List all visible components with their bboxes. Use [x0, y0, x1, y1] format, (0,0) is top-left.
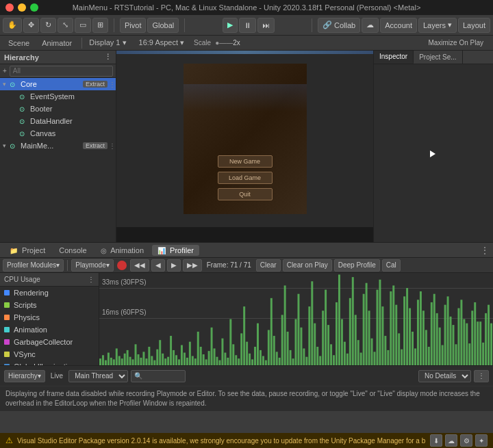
- hierarchy-item-datahandler[interactable]: ⊙ DataHandler: [0, 115, 116, 127]
- svg-rect-42: [214, 348, 216, 365]
- svg-rect-72: [295, 319, 297, 366]
- hierarchy-search[interactable]: [10, 66, 113, 77]
- prev-step-btn[interactable]: ◀: [151, 259, 165, 272]
- profiler-bottom: Hierarchy ▾ Live Main Thread No Details …: [0, 365, 493, 386]
- animation-tab[interactable]: ◎ Animation: [95, 245, 149, 256]
- svg-rect-31: [184, 353, 186, 365]
- rotate-tool[interactable]: ↻: [40, 18, 56, 33]
- play-button[interactable]: ▶: [223, 18, 238, 33]
- hierarchy-item-canvas[interactable]: ⊙ Canvas: [0, 127, 116, 140]
- collab-button[interactable]: 🔗 Collab: [318, 18, 360, 33]
- next-step-btn[interactable]: ▶: [167, 259, 181, 272]
- svg-rect-112: [403, 296, 405, 365]
- svg-rect-47: [227, 358, 229, 365]
- profiler-search[interactable]: [131, 370, 186, 382]
- profiler-bottom-more[interactable]: ⋮: [474, 370, 489, 382]
- minimize-button[interactable]: [18, 3, 26, 12]
- status-btn-4[interactable]: ✦: [475, 434, 488, 447]
- svg-rect-70: [290, 350, 292, 365]
- profiler-tab-btn[interactable]: 📊 Profiler: [152, 245, 199, 256]
- mainme-more[interactable]: ⋮: [109, 142, 116, 150]
- svg-rect-65: [276, 352, 278, 365]
- svg-rect-131: [455, 344, 457, 365]
- prof-gc[interactable]: GarbageCollector: [0, 336, 99, 348]
- prof-gi[interactable]: Global Illumination: [0, 360, 99, 365]
- core-more[interactable]: ⋮: [109, 81, 116, 88]
- prof-physics[interactable]: Physics: [0, 311, 99, 324]
- hierarchy-item-eventsystem[interactable]: ⊙ EventSystem: [0, 90, 116, 103]
- status-btn-3[interactable]: ⚙: [460, 434, 472, 447]
- svg-rect-92: [349, 298, 351, 365]
- layers-button[interactable]: Layers ▾: [418, 18, 457, 33]
- svg-rect-133: [460, 300, 462, 365]
- project-tab[interactable]: 📁 Project: [4, 245, 51, 256]
- svg-rect-57: [254, 347, 256, 365]
- svg-rect-53: [243, 306, 245, 365]
- account-button[interactable]: Account: [380, 18, 417, 33]
- profiler-tabs-more[interactable]: ⋮: [481, 246, 489, 255]
- rect-tool[interactable]: ▭: [75, 18, 91, 33]
- sidebar-more[interactable]: ⋮: [88, 276, 94, 283]
- svg-rect-38: [203, 354, 205, 365]
- global-button[interactable]: Global: [147, 18, 179, 33]
- clear-button[interactable]: Clear: [256, 259, 281, 272]
- transform-tool[interactable]: ⊞: [92, 18, 108, 33]
- hierarchy-item-mainme[interactable]: ▾ ⊙ MainMe... Extract ⋮: [0, 140, 116, 152]
- aspect-button[interactable]: 16:9 Aspect ▾: [134, 36, 190, 50]
- prof-vsync[interactable]: VSync: [0, 348, 99, 360]
- no-details-select[interactable]: No Details: [418, 370, 471, 382]
- hierarchy-item-booter[interactable]: ⊙ Booter: [0, 103, 116, 115]
- hierarchy-bottom-dropdown[interactable]: Hierarchy ▾: [4, 370, 45, 382]
- next-frame-btn[interactable]: ▶▶: [183, 259, 202, 272]
- clear-on-play-button[interactable]: Clear on Play: [283, 259, 332, 272]
- svg-rect-76: [305, 357, 307, 365]
- playmode-dropdown[interactable]: Playmode ▾: [71, 259, 113, 272]
- deep-profile-button[interactable]: Deep Profile: [334, 259, 380, 272]
- svg-rect-75: [303, 348, 305, 365]
- display-button[interactable]: Display 1 ▾: [84, 36, 131, 50]
- hierarchy-more[interactable]: ⋮: [104, 53, 112, 62]
- layout-button[interactable]: Layout: [458, 18, 490, 33]
- svg-rect-58: [257, 324, 259, 365]
- console-tab[interactable]: Console: [53, 245, 92, 256]
- svg-rect-134: [463, 319, 465, 366]
- cal-button[interactable]: Cal: [382, 259, 401, 272]
- add-icon[interactable]: +: [3, 67, 7, 75]
- scale-tool[interactable]: ⤡: [58, 18, 73, 33]
- inspector-tab[interactable]: Inspector: [374, 51, 414, 64]
- status-btn-2[interactable]: ☁: [445, 434, 457, 447]
- scale-label: Scale: [194, 39, 211, 47]
- thread-select[interactable]: Main Thread: [68, 370, 128, 382]
- hand-tool[interactable]: ✋: [3, 18, 22, 33]
- svg-rect-24: [164, 358, 166, 365]
- pivot-button[interactable]: Pivot: [120, 18, 146, 33]
- svg-rect-126: [442, 345, 444, 365]
- cloud-button[interactable]: ☁: [362, 18, 379, 33]
- scene-tab[interactable]: Scene: [3, 36, 35, 50]
- maximize-button[interactable]: [30, 3, 38, 12]
- svg-rect-9: [124, 354, 126, 365]
- record-button[interactable]: [117, 261, 127, 270]
- prof-animation[interactable]: Animation: [0, 324, 99, 336]
- scene-game-toolbar: Scene Animator Display 1 ▾ 16:9 Aspect ▾…: [0, 36, 493, 51]
- profiler-tabs: 📁 Project Console ◎ Animation 📊 Profiler…: [0, 243, 493, 258]
- animator-tab[interactable]: Animator: [36, 36, 77, 50]
- prof-rendering[interactable]: Rendering: [0, 287, 99, 299]
- pause-button[interactable]: ⏸: [239, 18, 256, 33]
- profiler-modules-dropdown[interactable]: Profiler Modules ▾: [3, 259, 64, 272]
- move-tool[interactable]: ✥: [23, 18, 39, 33]
- gc-dot: [4, 339, 10, 345]
- svg-rect-95: [357, 340, 359, 365]
- cpu-usage-title: CPU Usage: [4, 276, 40, 283]
- hierarchy-item-core[interactable]: ▾ ⊙ Core Extract ⋮: [0, 78, 116, 90]
- status-btn-1[interactable]: ⬇: [430, 434, 442, 447]
- project-settings-tab[interactable]: Project Se...: [414, 51, 462, 64]
- svg-rect-16: [142, 352, 144, 365]
- mainme-badge: Extract: [83, 142, 108, 149]
- maximize-on-play: Maximize On Play: [428, 39, 483, 47]
- prev-frame-btn[interactable]: ◀◀: [130, 259, 149, 272]
- svg-rect-122: [431, 302, 433, 365]
- step-button[interactable]: ⏭: [257, 18, 275, 33]
- prof-scripts[interactable]: Scripts: [0, 299, 99, 311]
- close-button[interactable]: [5, 3, 14, 12]
